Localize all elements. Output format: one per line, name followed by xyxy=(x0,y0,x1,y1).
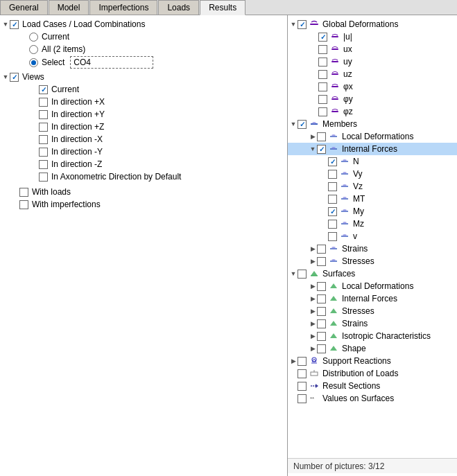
load-cases-checkbox[interactable] xyxy=(10,20,19,29)
tab-model[interactable]: Model xyxy=(49,0,89,15)
phiy-checkbox[interactable] xyxy=(318,95,327,104)
with-imperfections-checkbox[interactable] xyxy=(19,200,28,209)
v-item[interactable]: v xyxy=(288,230,457,243)
strains-members-item[interactable]: Strains xyxy=(288,243,457,255)
local-deformations-item[interactable]: Local Deformations xyxy=(288,130,457,143)
with-imperfections-item[interactable]: With imperfections xyxy=(0,198,287,211)
local-deformations-surf-expand[interactable] xyxy=(309,283,317,290)
strains-members-expand[interactable] xyxy=(309,245,317,252)
surfaces-item[interactable]: Surfaces xyxy=(288,267,457,280)
result-sections-checkbox[interactable] xyxy=(298,382,307,391)
v-checkbox[interactable] xyxy=(328,232,337,241)
local-deformations-checkbox[interactable] xyxy=(317,132,326,141)
dir-xneg-item[interactable]: In direction -X xyxy=(0,133,287,146)
distribution-loads-item[interactable]: Distribution of Loads xyxy=(288,367,457,380)
local-deformations-expand[interactable] xyxy=(309,133,317,140)
current-radio-item[interactable]: Current xyxy=(0,30,287,43)
internal-forces-surf-checkbox[interactable] xyxy=(317,294,326,303)
all-items-radio-item[interactable]: All (2 items) xyxy=(0,43,287,55)
vy-checkbox[interactable] xyxy=(328,170,337,179)
strains-surf-checkbox[interactable] xyxy=(317,319,326,328)
internal-forces-expand[interactable] xyxy=(309,146,317,152)
u-abs-item[interactable]: |u| xyxy=(288,30,457,43)
tab-results[interactable]: Results xyxy=(200,0,245,15)
phiy-item[interactable]: φy xyxy=(288,93,457,105)
surfaces-checkbox[interactable] xyxy=(298,270,307,279)
values-on-surfaces-checkbox[interactable] xyxy=(298,394,307,403)
result-sections-item[interactable]: Result Sections xyxy=(288,380,457,392)
vz-checkbox[interactable] xyxy=(328,182,337,191)
n-checkbox[interactable] xyxy=(328,157,337,166)
isotropic-checkbox[interactable] xyxy=(317,332,326,341)
phix-checkbox[interactable] xyxy=(318,82,327,91)
select-radio-item[interactable]: Select xyxy=(0,55,287,69)
current-radio[interactable] xyxy=(29,33,38,42)
local-deformations-surf-item[interactable]: Local Deformations xyxy=(288,280,457,292)
global-deformations-expand[interactable] xyxy=(289,21,298,28)
members-item[interactable]: Members xyxy=(288,118,457,130)
shape-expand[interactable] xyxy=(309,345,317,352)
axonometric-item[interactable]: In Axonometric Direction by Default xyxy=(0,170,287,183)
shape-item[interactable]: Shape xyxy=(288,342,457,355)
shape-checkbox[interactable] xyxy=(317,344,326,353)
dir-yneg-checkbox[interactable] xyxy=(39,148,48,157)
internal-forces-item[interactable]: Internal Forces xyxy=(288,143,457,155)
global-deformations-item[interactable]: Global Deformations xyxy=(288,18,457,30)
strains-surf-item[interactable]: Strains xyxy=(288,317,457,330)
stresses-surf-checkbox[interactable] xyxy=(317,307,326,316)
views-item[interactable]: Views xyxy=(0,71,287,83)
tab-loads[interactable]: Loads xyxy=(158,0,199,15)
select-input[interactable] xyxy=(70,56,153,69)
with-loads-item[interactable]: With loads xyxy=(0,186,287,198)
all-items-radio[interactable] xyxy=(29,45,38,54)
dir-xpos-checkbox[interactable] xyxy=(39,98,48,107)
internal-forces-checkbox[interactable] xyxy=(317,145,326,154)
views-checkbox[interactable] xyxy=(10,73,19,82)
surfaces-expand[interactable] xyxy=(289,270,298,277)
stresses-surf-expand[interactable] xyxy=(309,308,317,315)
stresses-surf-item[interactable]: Stresses xyxy=(288,305,457,317)
stresses-members-item[interactable]: Stresses xyxy=(288,255,457,267)
phiz-item[interactable]: φz xyxy=(288,105,457,118)
dir-zneg-checkbox[interactable] xyxy=(39,160,48,169)
uy-checkbox[interactable] xyxy=(318,58,327,67)
dir-zneg-item[interactable]: In direction -Z xyxy=(0,158,287,170)
dir-zpos-item[interactable]: In direction +Z xyxy=(0,121,287,133)
internal-forces-surf-expand[interactable] xyxy=(309,295,317,302)
dir-xneg-checkbox[interactable] xyxy=(39,135,48,144)
select-radio[interactable] xyxy=(29,58,38,67)
phiz-checkbox[interactable] xyxy=(318,107,327,116)
phix-item[interactable]: φx xyxy=(288,80,457,93)
isotropic-item[interactable]: Isotropic Characteristics xyxy=(288,330,457,342)
current-view-checkbox[interactable] xyxy=(39,85,48,94)
mz-item[interactable]: Mz xyxy=(288,218,457,230)
u-abs-checkbox[interactable] xyxy=(318,33,327,42)
dir-yneg-item[interactable]: In direction -Y xyxy=(0,146,287,158)
current-view-item[interactable]: Current xyxy=(0,83,287,96)
uz-checkbox[interactable] xyxy=(318,70,327,79)
tab-general[interactable]: General xyxy=(0,0,48,15)
vz-item[interactable]: Vz xyxy=(288,180,457,193)
members-checkbox[interactable] xyxy=(298,120,307,129)
load-cases-expand[interactable] xyxy=(1,21,10,28)
strains-members-checkbox[interactable] xyxy=(317,245,326,254)
support-reactions-expand[interactable] xyxy=(289,358,298,364)
n-item[interactable]: N xyxy=(288,155,457,168)
uz-item[interactable]: uz xyxy=(288,68,457,80)
strains-surf-expand[interactable] xyxy=(309,320,317,327)
my-checkbox[interactable] xyxy=(328,207,337,216)
support-reactions-checkbox[interactable] xyxy=(298,357,307,366)
tab-imperfections[interactable]: Imperfections xyxy=(89,0,157,15)
internal-forces-surf-item[interactable]: Internal Forces xyxy=(288,292,457,305)
uy-item[interactable]: uy xyxy=(288,55,457,68)
load-cases-item[interactable]: Load Cases / Load Combinations xyxy=(0,18,287,30)
ux-checkbox[interactable] xyxy=(318,45,327,54)
axonometric-checkbox[interactable] xyxy=(39,173,48,182)
ux-item[interactable]: ux xyxy=(288,43,457,55)
with-loads-checkbox[interactable] xyxy=(19,188,28,197)
isotropic-expand[interactable] xyxy=(309,333,317,340)
stresses-members-checkbox[interactable] xyxy=(317,257,326,266)
local-deformations-surf-checkbox[interactable] xyxy=(317,282,326,291)
mt-item[interactable]: MT xyxy=(288,193,457,205)
views-expand[interactable] xyxy=(1,73,10,80)
